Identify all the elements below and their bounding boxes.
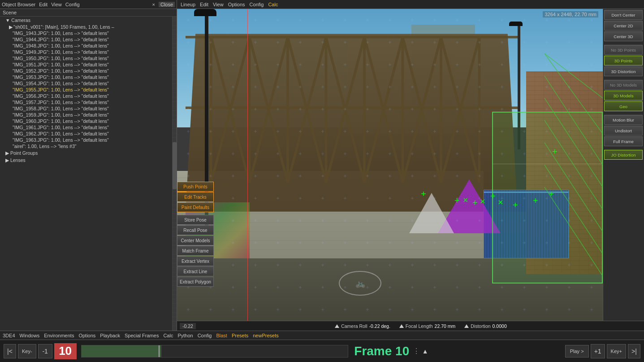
3d-distortion-btn[interactable]: 3D Distortion: [604, 66, 643, 76]
camera-roll-value: -0.22 deg.: [369, 323, 390, 329]
menu-view-right[interactable]: View: [213, 2, 224, 7]
menu-calc[interactable]: Calc: [268, 2, 278, 7]
go-end-btn[interactable]: >|: [628, 344, 640, 358]
minus-one-btn[interactable]: -1: [38, 344, 52, 358]
menu-edit-left[interactable]: Edit: [39, 2, 48, 7]
no-3d-points-btn[interactable]: No 3D Points: [604, 45, 643, 55]
img-1949[interactable]: "IMG_1949.JPG": 1.00, Lens ‑‑> "default …: [0, 49, 172, 55]
undistort-btn[interactable]: Undistort: [604, 126, 643, 135]
menu-new-presets[interactable]: newPresets: [253, 333, 278, 338]
geo-btn[interactable]: Geo: [604, 101, 643, 111]
cameras-node[interactable]: ▼ Cameras: [0, 17, 172, 24]
menu-config-bottom[interactable]: Config: [198, 333, 212, 338]
img-1955-active[interactable]: "IMG_1955.JPG": 1.00, Lens ‑‑> "default …: [0, 87, 172, 93]
camera-roll-label: Camera Roll: [341, 323, 367, 329]
img-1948[interactable]: "IMG_1948.JPG": 1.00, Lens ‑‑> "default …: [0, 43, 172, 49]
center-2d-btn[interactable]: Center 2D: [604, 21, 643, 31]
menu-close[interactable]: Close: [159, 2, 175, 7]
img-1959[interactable]: "IMG_1959.JPG": 1.00, Lens ‑‑> "default …: [0, 112, 172, 118]
push-points-btn[interactable]: Push Points: [177, 182, 214, 192]
no-3d-models-btn[interactable]: No 3D Models: [604, 80, 643, 90]
img-1951[interactable]: "IMG_1951.JPG": 1.00, Lens ‑‑> "default …: [0, 61, 172, 68]
img-1954[interactable]: "IMG_1954.JPG": 1.00, Lens ‑‑> "default …: [0, 80, 172, 87]
scene-tree: ▼ Cameras ▶ "sh001_v001": [Main], 150 Fr…: [0, 17, 172, 331]
img-1953[interactable]: "IMG_1953.JPG": 1.00, Lens ‑‑> "default …: [0, 74, 172, 80]
key-minus-btn[interactable]: Key-: [18, 344, 36, 358]
menu-view-left[interactable]: View: [51, 2, 62, 7]
frame-number-display: 10: [54, 343, 77, 359]
img-1943[interactable]: "IMG_1943.JPG": 1.00, Lens ‑‑> "default …: [0, 30, 172, 36]
key-plus-btn[interactable]: Key+: [607, 344, 626, 358]
dots-separator: ⋮: [413, 347, 420, 355]
motion-blur-btn[interactable]: Motion Blur: [604, 115, 643, 125]
center-models-btn[interactable]: Center Models: [177, 236, 214, 245]
focal-length-label: Focal Length: [406, 323, 433, 329]
extract-polygon-btn[interactable]: Extract Polygon: [177, 277, 214, 287]
menu-options[interactable]: Options: [228, 2, 245, 7]
img-1958[interactable]: "IMG_1958.JPG": 1.00, Lens ‑‑> "default …: [0, 105, 172, 112]
plus-one-btn[interactable]: +1: [591, 344, 605, 358]
img-1961[interactable]: "IMG_1961.JPG": 1.00, Lens ‑‑> "default …: [0, 124, 172, 131]
edit-tracks-btn[interactable]: Edit Tracks: [177, 192, 214, 202]
distortion-label: Distortion: [471, 323, 490, 329]
play-forward-btn[interactable]: Play >: [565, 345, 589, 358]
menu-options-bottom[interactable]: Options: [78, 333, 95, 338]
bottom-menu: 3DE4 Windows Environments Options Playba…: [0, 331, 644, 340]
go-start-btn[interactable]: |<: [4, 344, 16, 358]
img-1960[interactable]: "IMG_1960.JPG": 1.00, Lens ‑‑> "default …: [0, 118, 172, 124]
extract-vertex-btn[interactable]: Extract Vertex: [177, 256, 214, 266]
viewport-resolution: 3264 x 2448, 22.70 mm: [543, 11, 598, 17]
extract-line-btn[interactable]: Extract Line: [177, 266, 214, 276]
match-frame-btn[interactable]: Match Frame: [177, 246, 214, 256]
menu-windows[interactable]: Windows: [20, 333, 40, 338]
lenses-node[interactable]: ▶ Lenses: [0, 157, 172, 164]
img-1952[interactable]: "IMG_1952.JPG": 1.00, Lens ‑‑> "default …: [0, 68, 172, 74]
menu-object-browser[interactable]: Object Browser: [2, 2, 35, 7]
menu-config-right[interactable]: Config: [250, 2, 264, 7]
focal-length-value: 22.70 mm: [435, 323, 456, 329]
menu-config-left[interactable]: Config: [65, 2, 80, 7]
scene-label: Scene: [0, 9, 177, 17]
playback-bar: |< Key- -1 10 Frame 10 ⋮ ▲ Play > +1 Key…: [0, 340, 644, 362]
store-pose-btn[interactable]: Store Pose: [177, 215, 214, 225]
menu-environments[interactable]: Environments: [44, 333, 74, 338]
cursor-icon: ▲: [422, 348, 428, 355]
menu-playback[interactable]: Playback: [100, 333, 120, 338]
full-frame-btn[interactable]: Full Frame: [604, 136, 643, 146]
recall-pose-btn[interactable]: Recall Pose: [177, 225, 214, 235]
menu-edit-right[interactable]: Edit: [200, 2, 208, 7]
distortion-value: 0.0000: [493, 323, 507, 329]
menu-special-frames[interactable]: Special Frames: [125, 333, 159, 338]
point-groups-node[interactable]: ▶ Point Groups: [0, 149, 172, 157]
img-1957[interactable]: "IMG_1957.JPG": 1.00, Lens ‑‑> "default …: [0, 99, 172, 105]
camera-main-node[interactable]: ▶ "sh001_v001": [Main], 150 Frames, 1.00…: [0, 24, 172, 30]
3d-points-btn[interactable]: 3D Points: [604, 56, 643, 65]
center-3d-btn[interactable]: Center 3D: [604, 31, 643, 41]
current-frame-label: Frame 10: [353, 344, 411, 358]
img-1962[interactable]: "IMG_1962.JPG": 1.00, Lens ‑‑> "default …: [0, 131, 172, 137]
img-airel[interactable]: "airel": 1.00, Lens ‑‑> "lens #3": [0, 143, 172, 149]
3d-models-btn[interactable]: 3D Models: [604, 91, 643, 100]
menu-lineup[interactable]: Lineup: [181, 2, 195, 7]
menu-presets[interactable]: Presets: [232, 333, 248, 338]
status-left-value: -0.22: [180, 323, 196, 329]
menu-blast[interactable]: Blast: [216, 333, 227, 338]
timeline[interactable]: [81, 345, 348, 358]
menu-python[interactable]: Python: [177, 333, 193, 338]
img-1950[interactable]: "IMG_1950.JPG": 1.00, Lens ‑‑> "default …: [0, 55, 172, 61]
paint-defaults-btn[interactable]: Paint Defaults: [177, 202, 214, 212]
img-1956[interactable]: "IMG_1956.JPG": 1.00, Lens ‑‑> "default …: [0, 93, 172, 99]
jo-distortion-btn[interactable]: JO Distortion: [604, 150, 643, 160]
status-bar: -0.22 Camera Roll -0.22 deg. Focal Lengt…: [177, 321, 644, 331]
img-1963[interactable]: "IMG_1963.JPG": 1.00, Lens ‑‑> "default …: [0, 137, 172, 143]
menu-calc-bottom[interactable]: Calc: [163, 333, 173, 338]
menu-x[interactable]: ×: [152, 2, 155, 7]
dont-center-btn[interactable]: Don't Center: [604, 10, 643, 20]
menu-3de4[interactable]: 3DE4: [3, 333, 15, 338]
img-1944[interactable]: "IMG_1944.JPG": 1.00, Lens ‑‑> "default …: [0, 36, 172, 43]
